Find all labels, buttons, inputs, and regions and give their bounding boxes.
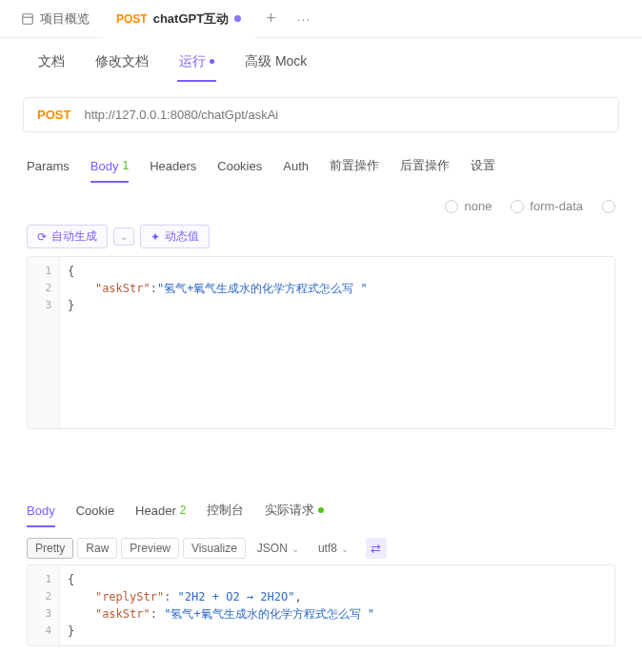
new-tab-button[interactable]: + — [254, 9, 288, 29]
encoding-selector[interactable]: utf8⌄ — [311, 540, 356, 557]
subtab-modify[interactable]: 修改文档 — [93, 40, 150, 82]
subtab-doc[interactable]: 文档 — [36, 40, 67, 82]
subtab-mock[interactable]: 高级 Mock — [243, 40, 309, 82]
tab-api-chatgpt[interactable]: POST chatGPT互动 — [103, 0, 254, 38]
response-body-editor[interactable]: 1 2 3 4 { "replyStr": "2H2 + O2 → 2H2O",… — [27, 564, 615, 646]
url-bar[interactable]: POST http://127.0.0.1:8080/chatGpt/askAi — [23, 97, 619, 132]
tab-label: chatGPT互动 — [153, 10, 229, 28]
reqtab-pre[interactable]: 前置操作 — [330, 149, 379, 184]
method-badge: POST — [116, 12, 148, 26]
radio-form-data[interactable]: form-data — [511, 199, 583, 213]
svg-rect-0 — [23, 13, 33, 24]
code-area[interactable]: { "askStr":"氢气+氧气生成水的化学方程式怎么写 " } — [60, 257, 375, 428]
line-gutter: 1 2 3 4 — [28, 565, 60, 645]
method-label: POST — [37, 108, 70, 122]
unsaved-dot-icon — [234, 15, 241, 22]
tab-project-overview[interactable]: 项目概览 — [8, 0, 103, 38]
code-area[interactable]: { "replyStr": "2H2 + O2 → 2H2O", "askStr… — [60, 565, 382, 645]
resptab-console[interactable]: 控制台 — [207, 494, 244, 528]
view-mode-row: Pretty Raw Preview Visualize JSON⌄ utf8⌄… — [0, 528, 642, 564]
resptab-header[interactable]: Header2 — [135, 496, 186, 527]
format-selector[interactable]: JSON⌄ — [250, 540, 307, 557]
resptab-actual[interactable]: 实际请求 — [265, 494, 324, 528]
view-preview[interactable]: Preview — [121, 538, 179, 559]
reqtab-body[interactable]: Body1 — [90, 151, 129, 183]
body-type-row: none form-data — [0, 184, 642, 225]
radio-icon — [602, 200, 615, 213]
reqtab-settings[interactable]: 设置 — [471, 149, 495, 184]
radio-more[interactable] — [602, 200, 615, 213]
view-pretty[interactable]: Pretty — [27, 538, 73, 559]
reqtab-post[interactable]: 后置操作 — [400, 149, 450, 184]
status-dot-icon — [318, 507, 324, 513]
request-tabs: Params Body1 Headers Cookies Auth 前置操作 后… — [0, 140, 642, 184]
reqtab-headers[interactable]: Headers — [150, 151, 196, 183]
reqtab-params[interactable]: Params — [27, 151, 70, 183]
filter-button[interactable]: ⇄ — [366, 538, 387, 559]
url-text: http://127.0.0.1:8080/chatGpt/askAi — [84, 108, 278, 122]
wand-icon: ✦ — [150, 230, 160, 244]
radio-none[interactable]: none — [445, 199, 492, 213]
chevron-down-icon: ⌄ — [341, 544, 349, 554]
line-gutter: 1 2 3 — [28, 257, 60, 428]
resptab-cookie[interactable]: Cookie — [76, 496, 114, 527]
dynamic-value-button[interactable]: ✦动态值 — [140, 225, 210, 248]
auto-generate-button[interactable]: ⟳自动生成 — [27, 225, 108, 248]
subtab-run[interactable]: 运行 — [177, 40, 216, 82]
reqtab-cookies[interactable]: Cookies — [217, 151, 262, 183]
filter-icon: ⇄ — [371, 542, 381, 556]
reqtab-auth[interactable]: Auth — [283, 151, 309, 183]
dot-icon — [210, 59, 214, 64]
overview-icon — [21, 12, 34, 26]
request-body-editor[interactable]: 1 2 3 { "askStr":"氢气+氧气生成水的化学方程式怎么写 " } — [27, 256, 615, 429]
chevron-down-icon: ⌄ — [120, 231, 128, 242]
sub-tabs: 文档 修改文档 运行 高级 Mock — [0, 38, 642, 84]
action-row: ⟳自动生成 ⌄ ✦动态值 — [0, 225, 642, 256]
resptab-body[interactable]: Body — [27, 496, 55, 527]
more-tabs-button[interactable]: ··· — [288, 11, 321, 27]
radio-icon — [445, 200, 458, 213]
tabs-bar: 项目概览 POST chatGPT互动 + ··· — [0, 0, 642, 38]
view-raw[interactable]: Raw — [77, 538, 117, 559]
refresh-icon: ⟳ — [37, 230, 47, 244]
radio-icon — [511, 200, 524, 213]
auto-generate-dropdown[interactable]: ⌄ — [113, 227, 134, 246]
chevron-down-icon: ⌄ — [291, 544, 299, 554]
view-visualize[interactable]: Visualize — [183, 538, 246, 559]
response-tabs: Body Cookie Header2 控制台 实际请求 — [0, 486, 642, 528]
tab-label: 项目概览 — [40, 10, 90, 28]
